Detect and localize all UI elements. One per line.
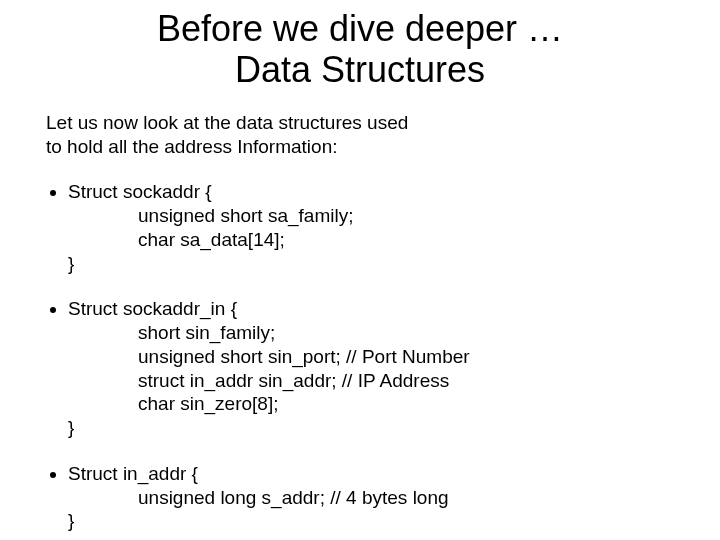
struct-member: char sa_data[14]; bbox=[68, 228, 680, 252]
struct-member: char sin_zero[8]; bbox=[68, 392, 680, 416]
struct-declaration: Struct sockaddr { bbox=[68, 180, 680, 204]
intro-line-2: to hold all the address Information: bbox=[46, 136, 338, 157]
struct-close: } bbox=[68, 252, 680, 276]
struct-declaration: Struct sockaddr_in { bbox=[68, 297, 680, 321]
struct-declaration: Struct in_addr { bbox=[68, 462, 680, 486]
struct-member: struct in_addr sin_addr; // IP Address bbox=[68, 369, 680, 393]
list-item: Struct in_addr { unsigned long s_addr; /… bbox=[68, 462, 680, 533]
struct-member: unsigned short sin_port; // Port Number bbox=[68, 345, 680, 369]
slide: Before we dive deeper … Data Structures … bbox=[0, 0, 720, 540]
list-item: Struct sockaddr_in { short sin_family; u… bbox=[68, 297, 680, 440]
struct-close: } bbox=[68, 416, 680, 440]
intro-text: Let us now look at the data structures u… bbox=[46, 111, 476, 159]
title-line-2: Data Structures bbox=[235, 49, 485, 90]
title-line-1: Before we dive deeper … bbox=[157, 8, 563, 49]
struct-member: unsigned long s_addr; // 4 bytes long bbox=[68, 486, 680, 510]
struct-member: unsigned short sa_family; bbox=[68, 204, 680, 228]
slide-title: Before we dive deeper … Data Structures bbox=[40, 8, 680, 91]
struct-close: } bbox=[68, 509, 680, 533]
struct-member: short sin_family; bbox=[68, 321, 680, 345]
struct-list: Struct sockaddr { unsigned short sa_fami… bbox=[40, 180, 680, 533]
list-item: Struct sockaddr { unsigned short sa_fami… bbox=[68, 180, 680, 275]
intro-line-1: Let us now look at the data structures u… bbox=[46, 112, 408, 133]
